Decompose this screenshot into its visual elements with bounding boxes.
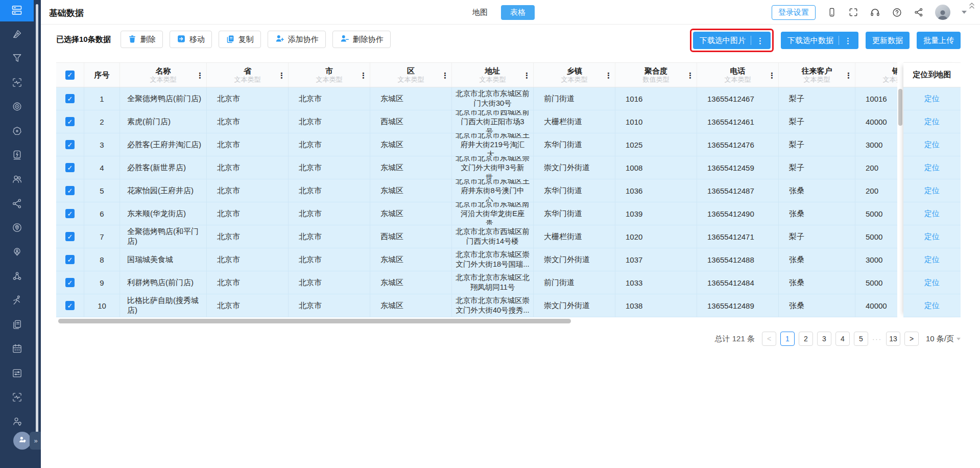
sidebar-item-person-pin[interactable] xyxy=(0,412,34,432)
checkbox[interactable]: ✓ xyxy=(65,301,75,310)
sidebar-item-share-network[interactable] xyxy=(0,194,34,215)
column-menu-icon[interactable]: ⋮ xyxy=(845,71,852,79)
sidebar-item-documents[interactable] xyxy=(0,315,34,336)
column-menu-icon[interactable]: ⋮ xyxy=(441,71,449,79)
caret-down-icon[interactable] xyxy=(962,11,967,14)
checkbox[interactable]: ✓ xyxy=(65,278,75,287)
page-button-3[interactable]: 3 xyxy=(817,332,831,346)
column-header-district[interactable]: 区文本类型⋮ xyxy=(370,63,452,87)
prev-page-button[interactable]: < xyxy=(762,332,776,346)
locate-link[interactable]: 定位 xyxy=(924,278,940,288)
checkbox[interactable]: ✓ xyxy=(65,140,75,149)
tab-table[interactable]: 表格 xyxy=(501,5,535,20)
sidebar-item-calendar[interactable] xyxy=(0,339,34,360)
more-options-icon[interactable]: ⋮ xyxy=(844,37,852,44)
user-avatar[interactable] xyxy=(935,5,950,20)
page-button-5[interactable]: 5 xyxy=(854,332,868,346)
update-data-button[interactable]: 更新数据 xyxy=(866,32,910,49)
locate-link[interactable]: 定位 xyxy=(924,163,940,173)
locate-link[interactable]: 定位 xyxy=(924,255,940,265)
locate-link[interactable]: 定位 xyxy=(924,117,940,127)
column-header-province[interactable]: 省文本类型⋮ xyxy=(207,63,289,87)
checkbox[interactable]: ✓ xyxy=(65,71,75,80)
add-collaboration-button[interactable]: 添加协作 xyxy=(268,31,326,48)
download-selected-data-button[interactable]: 下载选中数据 ⋮ xyxy=(781,32,858,49)
sidebar-item-charging-device[interactable] xyxy=(0,146,34,166)
column-menu-icon[interactable]: ⋮ xyxy=(523,71,531,79)
column-header-city[interactable]: 市文本类型⋮ xyxy=(289,63,370,87)
column-menu-icon[interactable]: ⋮ xyxy=(768,71,776,79)
locate-link[interactable]: 定位 xyxy=(924,94,940,104)
collapse-chevrons-icon[interactable] xyxy=(968,1,976,12)
sidebar-item-cluster-triangle[interactable] xyxy=(0,267,34,287)
delete-button[interactable]: 删除 xyxy=(121,31,163,48)
column-header-name[interactable]: 名称文本类型⋮ xyxy=(120,63,207,87)
column-header-town[interactable]: 乡镇文本类型⋮ xyxy=(534,63,615,87)
sidebar-item-filter-funnel[interactable] xyxy=(0,49,34,69)
help-icon[interactable] xyxy=(892,7,902,18)
sidebar-item-sliders[interactable] xyxy=(0,364,34,384)
sidebar-item-location-pin-circle[interactable] xyxy=(0,218,34,239)
checkbox[interactable]: ✓ xyxy=(65,232,75,241)
table-horizontal-scrollbar[interactable] xyxy=(56,319,961,324)
sidebar-item-data-table[interactable] xyxy=(0,0,34,21)
next-page-button[interactable]: > xyxy=(904,332,919,346)
sidebar-item-draw-pen[interactable] xyxy=(0,25,34,45)
column-menu-icon[interactable]: ⋮ xyxy=(686,71,694,79)
locate-link[interactable]: 定位 xyxy=(924,186,940,196)
column-menu-icon[interactable]: ⋮ xyxy=(196,71,204,79)
locate-link[interactable]: 定位 xyxy=(924,209,940,219)
column-menu-icon[interactable]: ⋮ xyxy=(605,71,612,79)
page-button-4[interactable]: 4 xyxy=(835,332,850,346)
column-menu-icon[interactable]: ⋮ xyxy=(360,71,367,79)
mobile-icon[interactable] xyxy=(827,7,837,17)
sidebar-expand-button[interactable]: » xyxy=(30,432,41,450)
page-button-13[interactable]: 13 xyxy=(886,332,900,346)
page-ellipsis[interactable]: ··· xyxy=(872,335,882,343)
copy-button[interactable]: 复制 xyxy=(219,31,261,48)
sidebar-item-users[interactable] xyxy=(0,170,34,190)
checkbox[interactable]: ✓ xyxy=(65,209,75,218)
checkbox[interactable]: ✓ xyxy=(65,94,75,103)
download-selected-images-button[interactable]: 下载选中图片 ⋮ xyxy=(693,32,771,49)
move-button[interactable]: 移动 xyxy=(170,31,212,48)
page-button-1[interactable]: 1 xyxy=(780,332,795,346)
column-header-address[interactable]: 地址文本类型⋮ xyxy=(452,63,534,87)
sidebar-avatar-button[interactable] xyxy=(13,432,31,450)
checkbox[interactable]: ✓ xyxy=(65,255,75,264)
tab-map[interactable]: 地图 xyxy=(472,8,488,17)
table-vertical-scrollbar[interactable] xyxy=(897,62,903,317)
remove-collaboration-button[interactable]: 删除协作 xyxy=(332,31,391,48)
page-size-select[interactable]: 10 条/页 xyxy=(926,334,961,344)
column-header-aggregation[interactable]: 聚合度数值类型⋮ xyxy=(615,63,697,87)
column-label: 电话 xyxy=(730,66,746,76)
sidebar-scrollbar[interactable] xyxy=(36,4,38,436)
column-header-index[interactable]: 序号 xyxy=(84,63,120,87)
column-menu-icon[interactable]: ⋮ xyxy=(278,71,285,79)
more-options-icon[interactable]: ⋮ xyxy=(756,37,764,44)
sidebar-item-pulse-monitor-2[interactable] xyxy=(0,388,34,408)
page-button-2[interactable]: 2 xyxy=(799,332,813,346)
checkbox[interactable]: ✓ xyxy=(65,163,75,172)
sidebar-item-polygon-nut[interactable] xyxy=(0,122,34,142)
locate-link[interactable]: 定位 xyxy=(924,140,940,150)
sidebar-item-pulse-monitor[interactable] xyxy=(0,73,34,93)
share-icon[interactable] xyxy=(914,7,924,17)
checkbox[interactable]: ✓ xyxy=(65,117,75,126)
locate-link[interactable]: 定位 xyxy=(924,232,940,242)
login-settings-button[interactable]: 登录设置 xyxy=(772,5,816,20)
column-header-phone[interactable]: 电话文本类型⋮ xyxy=(697,63,779,87)
sidebar-item-runner[interactable] xyxy=(0,291,34,311)
batch-upload-button[interactable]: 批量上传 xyxy=(917,32,961,49)
vertical-scrollbar-thumb[interactable] xyxy=(898,89,902,126)
column-header-customer[interactable]: 往来客户文本类型⋮ xyxy=(779,63,855,87)
fullscreen-icon[interactable] xyxy=(848,7,858,17)
locate-link[interactable]: 定位 xyxy=(924,301,940,311)
cell-sales: 40000 xyxy=(855,110,897,133)
sidebar-item-person-location[interactable] xyxy=(0,243,34,263)
column-header-sales[interactable]: 销文本类型 xyxy=(855,63,897,87)
horizontal-scrollbar-thumb[interactable] xyxy=(58,319,571,323)
checkbox[interactable]: ✓ xyxy=(65,186,75,195)
sidebar-item-target-circles[interactable] xyxy=(0,97,34,118)
headset-icon[interactable] xyxy=(870,7,880,18)
